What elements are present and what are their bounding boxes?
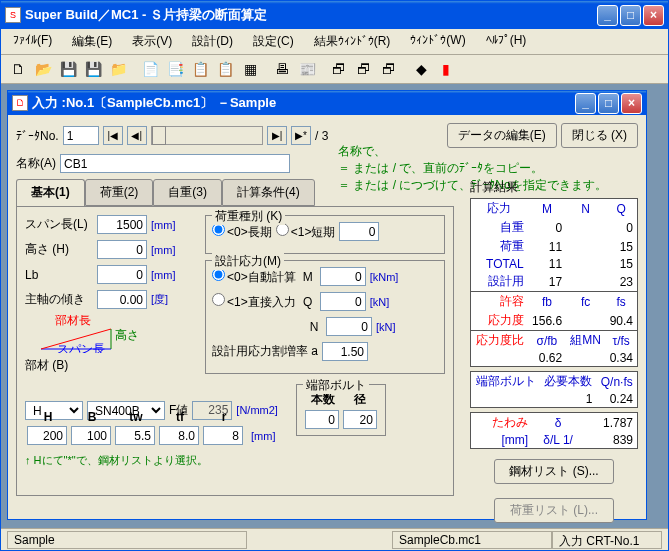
hint-2: ＝ または / で、直前のﾃﾞｰﾀをコピー。 (338, 160, 607, 177)
open-icon[interactable]: 📂 (32, 58, 54, 80)
sub-maximize-button[interactable]: □ (598, 93, 619, 114)
close-button[interactable]: × (643, 5, 664, 26)
steel-list-button[interactable]: 鋼材リスト (S)... (494, 459, 614, 484)
preview-icon[interactable]: 📰 (296, 58, 318, 80)
svg-text:スパン長: スパン長 (57, 342, 105, 353)
minimize-button[interactable]: _ (597, 5, 618, 26)
subwin-title: 入力 :No.1〔SampleCb.mc1〕 －Sample (32, 94, 575, 112)
datano-input[interactable] (63, 126, 99, 145)
prev-button[interactable]: ◀| (127, 126, 147, 145)
menu-edit[interactable]: 編集(E) (68, 31, 116, 52)
name-input[interactable] (60, 154, 290, 173)
member-diagram: 部材長高さスパン長 (41, 315, 115, 353)
exit-icon[interactable]: ▮ (435, 58, 457, 80)
lb-label: Lb (25, 268, 93, 282)
span-input[interactable] (97, 215, 147, 234)
datano-slider[interactable] (151, 126, 263, 145)
bolt-d-input[interactable] (343, 410, 377, 429)
status-left: Sample (7, 531, 247, 549)
span-label: スパン長(L) (25, 216, 93, 233)
dim-tf[interactable] (159, 426, 199, 445)
ratio-input[interactable] (322, 342, 368, 361)
status-mid: SampleCb.mc1 (392, 531, 552, 549)
ratio-label: 設計用応力割増率 a (212, 343, 318, 360)
q-input[interactable] (320, 292, 366, 311)
loadtype-r0[interactable]: <0>長期 (212, 223, 272, 241)
axis-unit: [度] (151, 292, 168, 307)
list-icon[interactable]: ▦ (239, 58, 261, 80)
dim-b[interactable] (71, 426, 111, 445)
m-input[interactable] (320, 267, 366, 286)
doc1-icon[interactable]: 📄 (139, 58, 161, 80)
menu-result[interactable]: 結果ｳｨﾝﾄﾞｳ(R) (310, 31, 395, 52)
span-unit: [mm] (151, 219, 175, 231)
menu-window[interactable]: ｳｨﾝﾄﾞｳ(W) (406, 31, 469, 52)
height-input[interactable] (97, 240, 147, 259)
bolt-title: 端部ボルト (303, 377, 369, 394)
paste-icon[interactable]: 📋 (214, 58, 236, 80)
loadtype-value[interactable] (339, 222, 379, 241)
height-unit: [mm] (151, 244, 175, 256)
menubar: ﾌｧｲﾙ(F) 編集(E) 表示(V) 設計(D) 設定(C) 結果ｳｨﾝﾄﾞｳ… (1, 29, 668, 55)
dim-h[interactable] (27, 426, 67, 445)
help-icon[interactable]: ◆ (410, 58, 432, 80)
menu-settings[interactable]: 設定(C) (249, 31, 298, 52)
member-note: ↑ Hにて"*"で、鋼材リストより選択。 (25, 453, 445, 468)
hint-1: 名称で、 (338, 143, 607, 160)
results-title: 計算結果 (470, 179, 638, 196)
name-label: 名称(A) (16, 155, 56, 172)
menu-view[interactable]: 表示(V) (128, 31, 176, 52)
new-icon[interactable]: 🗋 (7, 58, 29, 80)
first-button[interactable]: |◀ (103, 126, 123, 145)
lb-unit: [mm] (151, 269, 175, 281)
axis-label: 主軸の傾き (25, 291, 93, 308)
lb-input[interactable] (97, 265, 147, 284)
height-label: 高さ (H) (25, 241, 93, 258)
tab-basic[interactable]: 基本(1) (16, 179, 85, 206)
app-icon: S (5, 7, 21, 23)
member-label: 部材 (B) (25, 357, 195, 374)
menu-design[interactable]: 設計(D) (188, 31, 237, 52)
print-icon[interactable]: 🖶 (271, 58, 293, 80)
menu-file[interactable]: ﾌｧｲﾙ(F) (9, 31, 56, 52)
axis-input[interactable] (97, 290, 147, 309)
loadtype-title: 荷重種別 (K) (212, 208, 285, 225)
menu-help[interactable]: ﾍﾙﾌﾟ(H) (482, 31, 531, 52)
save-icon[interactable]: 💾 (57, 58, 79, 80)
n-input[interactable] (326, 317, 372, 336)
saveall-icon[interactable]: 💾 (82, 58, 104, 80)
subwin-icon: 🗋 (12, 95, 28, 111)
loadtype-r1[interactable]: <1>短期 (276, 223, 336, 241)
results-table: 応力MNQ 自重00 荷重1115 TOTAL1115 設計用1723 許容fb… (470, 198, 638, 367)
datano-label: ﾃﾞｰﾀNo. (16, 129, 59, 143)
toolbar: 🗋 📂 💾 💾 📁 📄 📑 📋 📋 ▦ 🖶 📰 🗗 🗗 🗗 ◆ ▮ (1, 55, 668, 84)
win2-icon[interactable]: 🗗 (353, 58, 375, 80)
load-list-button: 荷重リスト (L)... (494, 498, 614, 523)
next-button[interactable]: ▶| (267, 126, 287, 145)
win1-icon[interactable]: 🗗 (328, 58, 350, 80)
doc2-icon[interactable]: 📑 (164, 58, 186, 80)
sub-minimize-button[interactable]: _ (575, 93, 596, 114)
status-right: 入力 CRT-No.1 (552, 531, 662, 549)
dim-tw[interactable] (115, 426, 155, 445)
tab-calc[interactable]: 計算条件(4) (222, 179, 315, 206)
designm-title: 設計応力(M) (212, 253, 284, 270)
maximize-button[interactable]: □ (620, 5, 641, 26)
dim-r[interactable] (203, 426, 243, 445)
tab-self[interactable]: 自重(3) (153, 179, 222, 206)
datano-total: / 3 (315, 129, 328, 143)
last-button[interactable]: ▶* (291, 126, 311, 145)
tab-load[interactable]: 荷重(2) (85, 179, 154, 206)
designm-r1[interactable]: <1>直接入力 (212, 293, 296, 311)
folder-icon[interactable]: 📁 (107, 58, 129, 80)
window-title: Super Build／MC1 - Ｓ片持梁の断面算定 (25, 6, 597, 24)
bolt-n-input[interactable] (305, 410, 339, 429)
copy-icon[interactable]: 📋 (189, 58, 211, 80)
svg-text:高さ: 高さ (115, 328, 139, 342)
win3-icon[interactable]: 🗗 (378, 58, 400, 80)
svg-text:部材長: 部材長 (55, 315, 91, 327)
sub-close-button[interactable]: × (621, 93, 642, 114)
designm-r0[interactable]: <0>自動計算 (212, 268, 296, 286)
